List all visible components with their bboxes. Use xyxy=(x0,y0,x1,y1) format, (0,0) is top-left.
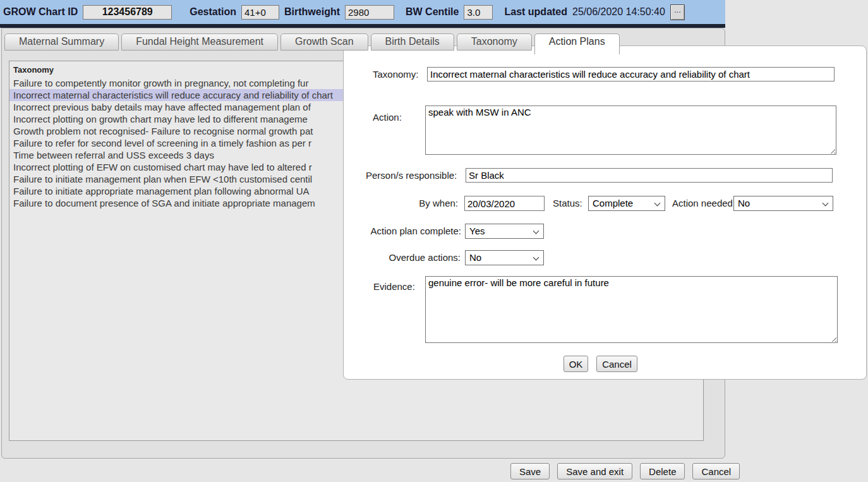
by-when-input[interactable] xyxy=(464,196,545,211)
grow-chart-id-label: GROW Chart ID xyxy=(3,6,78,18)
header-bar: GROW Chart ID Gestation Birthweight BW C… xyxy=(0,0,725,28)
grow-chart-id-field[interactable] xyxy=(83,5,172,20)
footer-button-bar: Save Save and exit Delete Cancel xyxy=(510,463,740,479)
action-needed-select-value: No xyxy=(738,198,750,208)
footer-cancel-button[interactable]: Cancel xyxy=(692,463,740,479)
overdue-actions-label: Overdue actions: xyxy=(344,252,461,263)
gestation-label: Gestation xyxy=(190,6,236,18)
gestation-field[interactable] xyxy=(241,5,279,20)
overdue-actions-value: No xyxy=(469,252,481,263)
chevron-down-icon xyxy=(654,200,661,207)
taxonomy-field-label: Taxonomy: xyxy=(373,69,419,80)
more-ellipsis-button[interactable]: ... xyxy=(670,4,685,20)
delete-button[interactable]: Delete xyxy=(640,463,685,479)
action-needed-select[interactable]: No xyxy=(733,196,833,211)
evidence-textarea[interactable]: genuine error- will be more careful in f… xyxy=(426,277,837,342)
birthweight-label: Birthweight xyxy=(284,6,340,18)
action-plan-complete-label: Action plan complete: xyxy=(344,226,461,236)
tab-bar: Maternal Summary Fundal Height Measureme… xyxy=(4,33,620,54)
status-label: Status: xyxy=(553,198,582,208)
status-select[interactable]: Complete xyxy=(588,196,665,211)
taxonomy-input[interactable] xyxy=(427,67,835,81)
chevron-down-icon xyxy=(823,200,829,207)
overdue-actions-select[interactable]: No xyxy=(465,250,544,265)
chevron-down-icon xyxy=(533,228,539,234)
tab-action-plans[interactable]: Action Plans xyxy=(534,33,620,54)
dialog-cancel-button[interactable]: Cancel xyxy=(596,356,637,372)
evidence-textarea-wrap: genuine error- will be more careful in f… xyxy=(425,276,838,343)
chevron-down-icon xyxy=(533,255,539,261)
save-button[interactable]: Save xyxy=(510,463,550,479)
tab-growth-scan[interactable]: Growth Scan xyxy=(280,33,368,51)
action-plan-complete-select[interactable]: Yes xyxy=(465,224,544,239)
action-textarea[interactable]: speak with MSW in ANC xyxy=(426,106,836,154)
last-updated-value: 25/06/2020 14:50:40 xyxy=(572,6,665,18)
action-plan-dialog: Taxonomy: Action: speak with MSW in ANC … xyxy=(343,45,867,380)
tab-birth-details[interactable]: Birth Details xyxy=(371,33,454,51)
tab-fundal-height-measurement[interactable]: Fundal Height Measurement xyxy=(121,33,278,51)
bw-centile-label: BW Centile xyxy=(406,6,459,18)
tab-taxonomy[interactable]: Taxonomy xyxy=(457,33,532,51)
action-field-label: Action: xyxy=(373,112,402,123)
person-responsible-label: Person/s responsible: xyxy=(366,170,457,181)
by-when-label: By when: xyxy=(344,198,458,208)
tab-maternal-summary[interactable]: Maternal Summary xyxy=(4,33,119,51)
evidence-label: Evidence: xyxy=(373,281,415,292)
status-select-value: Complete xyxy=(593,198,633,208)
ok-button[interactable]: OK xyxy=(564,356,588,372)
last-updated-label: Last updated xyxy=(504,6,567,18)
bw-centile-field[interactable] xyxy=(464,5,493,20)
action-plan-complete-value: Yes xyxy=(469,226,485,236)
save-and-exit-button[interactable]: Save and exit xyxy=(557,463,632,479)
action-textarea-wrap: speak with MSW in ANC xyxy=(425,105,836,155)
birthweight-field[interactable] xyxy=(345,5,394,20)
action-needed-label: Action needed: xyxy=(672,198,735,208)
person-responsible-input[interactable] xyxy=(466,168,833,183)
